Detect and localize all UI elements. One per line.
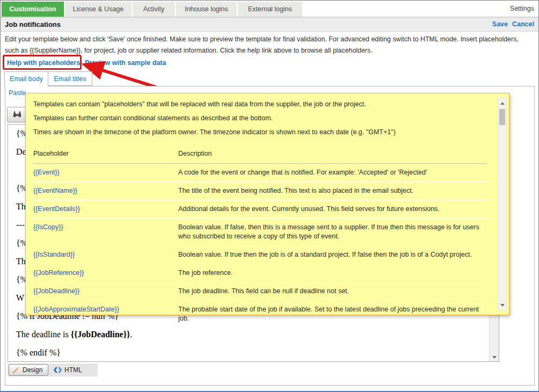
- scrollbar-thumb[interactable]: [499, 109, 505, 125]
- top-tab-strip: Customisation License & Usage Activity I…: [1, 1, 538, 17]
- design-mode-button[interactable]: Design: [9, 364, 48, 376]
- placeholder-link[interactable]: {{JobApproximateStartDate}}: [33, 306, 119, 313]
- editor-mode-strip: Design HTML: [8, 364, 98, 376]
- intro-text: Edit your template below and click 'Save…: [5, 34, 534, 56]
- table-row: {{JobApproximateStartDate}} The probable…: [33, 301, 487, 328]
- placeholders-table-header: Placeholder Description: [33, 147, 487, 164]
- settings-label[interactable]: Settings: [510, 5, 534, 12]
- tab-external-logins[interactable]: External logins: [238, 2, 302, 17]
- deadline-placeholder: {{JobDeadline}}: [71, 330, 130, 339]
- subheader-bar: Job notifications Save Cancel: [1, 17, 538, 32]
- placeholders-help-popup: Templates can contain "placeholders" tha…: [25, 93, 509, 315]
- table-row: {{Event}} A code for the event or change…: [33, 164, 487, 182]
- popup-scrollbar[interactable]: [498, 98, 507, 310]
- html-mode-label: HTML: [64, 366, 82, 374]
- column-header-description: Description: [178, 149, 487, 158]
- placeholder-link[interactable]: {{JobDeadline}}: [33, 287, 79, 295]
- tab-license-usage[interactable]: License & Usage: [65, 2, 132, 17]
- popup-intro-line: Templates can contain "placeholders" tha…: [33, 99, 487, 110]
- scroll-up-icon[interactable]: [498, 99, 506, 107]
- cancel-button[interactable]: Cancel: [512, 18, 534, 31]
- tab-customisation[interactable]: Customisation: [2, 2, 64, 17]
- placeholder-description: The job reference.: [178, 268, 487, 278]
- placeholder-description: Additional details for the event. Curren…: [178, 205, 487, 214]
- html-code-icon: [54, 367, 62, 373]
- deadline-text: The deadline is: [16, 330, 71, 339]
- placeholder-description: Boolean value. If true then the job is o…: [178, 250, 487, 259]
- deadline-period: .: [130, 330, 132, 339]
- placeholder-description: The title of the event being notified. T…: [178, 186, 487, 195]
- placeholders-table: Placeholder Description {{Event}} A code…: [33, 147, 487, 328]
- placeholder-link[interactable]: {{IsStandard}}: [33, 251, 75, 258]
- table-row: {{IsCopy}} Boolean value. If false, then…: [33, 219, 487, 246]
- page-title: Job notifications: [5, 18, 61, 31]
- popup-intro-line: Times are shown in the timezone of the p…: [33, 127, 487, 138]
- table-row: {{JobDeadline}} The job deadline. This f…: [33, 282, 487, 301]
- binoculars-icon: [12, 111, 22, 118]
- html-mode-button[interactable]: HTML: [49, 364, 86, 376]
- tab-inhouse-logins[interactable]: Inhouse logins: [176, 2, 237, 17]
- placeholder-link[interactable]: {{JobReference}}: [33, 269, 84, 277]
- preview-with-sample-data-link[interactable]: Preview with sample data: [85, 59, 166, 67]
- help-with-placeholders-link[interactable]: Help with placeholders: [7, 59, 80, 67]
- tab-email-body[interactable]: Email body: [4, 71, 48, 86]
- tab-email-titles[interactable]: Email titles: [48, 71, 92, 86]
- placeholder-description: The job deadline. This field can be null…: [178, 287, 487, 296]
- placeholder-description: Boolean value. If false, then this is a …: [178, 223, 487, 241]
- tab-activity[interactable]: Activity: [133, 2, 175, 17]
- scroll-down-icon[interactable]: [498, 301, 506, 309]
- save-button[interactable]: Save: [492, 18, 508, 31]
- editor-line-endif: {% endif %}: [8, 344, 499, 362]
- placeholder-link[interactable]: {{IsCopy}}: [33, 223, 63, 231]
- settings-window: Customisation License & Usage Activity I…: [0, 0, 539, 392]
- popup-intro-line: Templates can further contain conditiona…: [33, 113, 487, 124]
- placeholder-link[interactable]: {{Event}}: [33, 169, 60, 176]
- find-button[interactable]: [7, 107, 27, 122]
- table-row: {{JobReference}} The job reference.: [33, 264, 487, 282]
- placeholder-link[interactable]: {{EventDetails}}: [33, 205, 80, 213]
- editor-line-deadline: The deadline is {{JobDeadline}}.: [8, 325, 499, 344]
- placeholder-description: A code for the event or change that is n…: [178, 168, 487, 177]
- pencil-icon: [12, 366, 20, 374]
- scroll-down-icon[interactable]: [490, 353, 499, 361]
- design-mode-label: Design: [23, 366, 42, 374]
- table-row: {{IsStandard}} Boolean value. If true th…: [33, 246, 487, 264]
- paste-link[interactable]: Paste: [9, 89, 26, 97]
- placeholder-link[interactable]: {{EventName}}: [33, 187, 77, 194]
- table-row: {{EventDetails}} Additional details for …: [33, 200, 487, 219]
- column-header-placeholder: Placeholder: [33, 149, 178, 158]
- table-row: {{EventName}} The title of the event bei…: [33, 182, 487, 200]
- placeholder-description: The probable start date of the job if av…: [178, 305, 487, 323]
